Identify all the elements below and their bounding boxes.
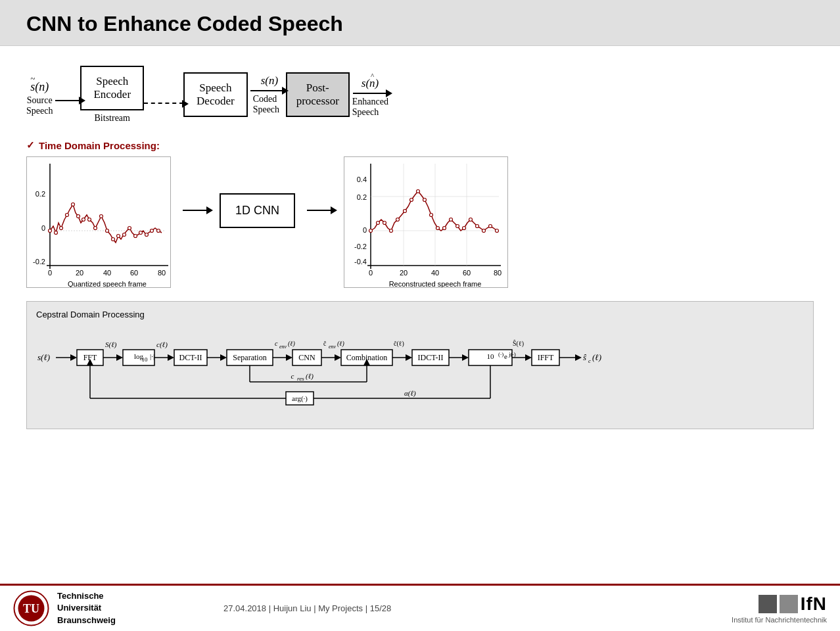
svg-point-24	[106, 229, 109, 233]
svg-point-23	[100, 215, 103, 218]
svg-point-65	[456, 225, 459, 228]
cepstral-diagram: s(ℓ) FFT S(ℓ) log 10 |·| c(ℓ) DCT-II	[36, 326, 818, 418]
svg-marker-90	[220, 354, 227, 361]
svg-marker-121	[525, 354, 532, 361]
svg-marker-74	[70, 354, 77, 361]
svg-text:CNN: CNN	[298, 353, 315, 362]
svg-text:e: e	[504, 352, 507, 360]
svg-point-68	[476, 225, 479, 228]
svg-point-69	[482, 229, 486, 233]
svg-text:80: 80	[494, 269, 502, 277]
source-label: ~ s (n) Source Speech	[26, 74, 53, 116]
svg-text:Reconstructed speech frame: Reconstructed speech frame	[389, 280, 482, 288]
svg-point-54	[383, 222, 386, 225]
1d-cnn-box: 1D CNN	[220, 193, 295, 228]
svg-point-17	[66, 214, 69, 217]
svg-text:0: 0	[48, 269, 52, 277]
bitstream-label: Bitstream	[95, 113, 130, 124]
svg-text:α(ℓ): α(ℓ)	[404, 389, 416, 398]
svg-text:IFFT: IFFT	[538, 353, 554, 362]
svg-text:80: 80	[158, 269, 166, 277]
svg-text:0: 0	[41, 224, 45, 232]
svg-point-60	[423, 199, 427, 202]
svg-text:Separation: Separation	[233, 353, 266, 362]
postprocessor-line2: processor	[296, 95, 339, 108]
svg-text:res: res	[297, 375, 304, 382]
svg-point-62	[436, 227, 440, 230]
svg-text:DCT-II: DCT-II	[179, 353, 202, 362]
svg-point-28	[128, 227, 131, 230]
svg-text:60: 60	[463, 269, 471, 277]
svg-text:(ℓ): (ℓ)	[337, 340, 344, 348]
ifn-block-dark	[758, 595, 777, 613]
svg-point-32	[151, 229, 154, 233]
svg-text:env: env	[279, 344, 287, 350]
svg-marker-79	[116, 354, 123, 361]
svg-text:40: 40	[103, 269, 111, 277]
svg-text:-0.2: -0.2	[33, 258, 45, 266]
svg-text:env: env	[329, 344, 337, 350]
svg-point-55	[390, 229, 393, 233]
svg-text:ŝ: ŝ	[583, 352, 587, 362]
svg-point-71	[496, 229, 499, 233]
speech-encoder: Speech Encoder Bitstream	[80, 66, 144, 124]
svg-marker-113	[462, 354, 469, 361]
svg-text:(ℓ): (ℓ)	[592, 352, 601, 362]
svg-text:40: 40	[431, 269, 439, 277]
cepstral-section: Cepstral Domain Processing s(ℓ) FFT S(ℓ)…	[26, 301, 814, 429]
svg-text:0.2: 0.2	[35, 190, 45, 198]
svg-marker-86	[168, 354, 174, 361]
svg-text:j(·): j(·)	[508, 351, 516, 358]
svg-point-15	[55, 231, 58, 235]
svg-point-19	[77, 215, 80, 218]
encoder-line1: Speech	[93, 75, 131, 88]
ifn-subtext: Institut für Nachrichtentechnik	[732, 616, 827, 624]
svg-marker-109	[406, 354, 412, 361]
svg-point-16	[60, 227, 63, 230]
svg-text:ĉ: ĉ	[323, 340, 327, 347]
svg-text:0: 0	[369, 269, 373, 277]
svg-text:s(ℓ): s(ℓ)	[37, 352, 50, 362]
svg-point-61	[430, 214, 433, 217]
svg-text:-0.2: -0.2	[354, 243, 367, 250]
svg-point-67	[469, 218, 473, 222]
svg-point-29	[134, 235, 137, 238]
svg-text:arg(·): arg(·)	[292, 394, 308, 403]
svg-text:S(ℓ): S(ℓ)	[105, 340, 117, 349]
svg-marker-97	[286, 354, 292, 361]
decoder-line2: Decoder	[197, 95, 235, 108]
svg-point-14	[49, 229, 52, 233]
svg-text:(ℓ): (ℓ)	[306, 372, 314, 381]
svg-point-21	[88, 218, 91, 222]
svg-marker-125	[575, 354, 582, 361]
footer-left: TU Technische Universität Braunschweig	[0, 590, 210, 626]
svg-text:0: 0	[363, 226, 367, 234]
svg-point-25	[112, 238, 115, 241]
footer-info: 27.04.2018 | Huijun Liu | My Projects | …	[210, 603, 732, 613]
tu-name: Technische Universität Braunschweig	[57, 590, 116, 626]
svg-point-22	[94, 227, 97, 230]
svg-text:TU: TU	[23, 602, 39, 615]
svg-text:0.2: 0.2	[357, 193, 367, 201]
svg-text:IDCT-II: IDCT-II	[418, 353, 444, 362]
svg-text:10: 10	[487, 352, 495, 360]
svg-text:60: 60	[130, 269, 138, 277]
svg-point-63	[443, 227, 446, 230]
speech-decoder: Speech Decoder	[183, 72, 248, 117]
svg-text:20: 20	[76, 269, 83, 277]
svg-text:-0.4: -0.4	[354, 258, 367, 266]
svg-text:c: c	[275, 340, 278, 347]
svg-text:|·|: |·|	[150, 352, 154, 360]
time-domain-label: ✓ Time Domain Processing:	[26, 139, 814, 151]
svg-text:c: c	[588, 358, 591, 364]
source-text1: Source	[27, 95, 53, 106]
ifn-block-light	[780, 595, 798, 613]
source-text2: Speech	[26, 106, 53, 116]
svg-point-56	[396, 218, 400, 222]
svg-text:0.4: 0.4	[357, 175, 367, 183]
quantized-plot: 0.2 0 -0.2 0 20 40 60 80 Quantized speec…	[26, 156, 171, 291]
svg-text:20: 20	[400, 269, 408, 277]
svg-text:Ŝ(ℓ): Ŝ(ℓ)	[513, 340, 524, 348]
footer: TU Technische Universität Braunschweig 2…	[0, 584, 840, 631]
tu-logo: TU	[13, 590, 49, 626]
